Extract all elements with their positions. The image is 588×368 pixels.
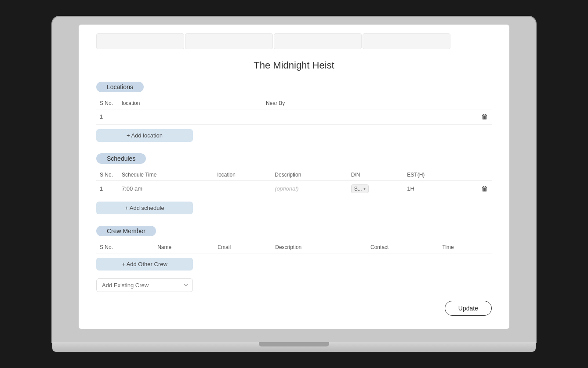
laptop-container: The Midnight Heist Locations S No. locat… — [52, 17, 536, 352]
schedules-table: S No. Schedule Time location Description… — [96, 169, 492, 197]
top-tabs-row — [96, 33, 492, 49]
screen-bezel: The Midnight Heist Locations S No. locat… — [52, 17, 536, 342]
tab-placeholder-3[interactable] — [274, 33, 362, 49]
schedules-col-location: location — [214, 169, 271, 181]
schedules-col-est: EST(H) — [403, 169, 460, 181]
page-title: The Midnight Heist — [96, 60, 492, 71]
table-row: 1 7:00 am – (optional) S... ▾ — [96, 180, 492, 197]
locations-col-sno: S No. — [96, 97, 118, 109]
schedule-row-description: (optional) — [271, 180, 347, 197]
location-row-nearby: – — [262, 109, 411, 124]
update-button[interactable]: Update — [445, 301, 492, 316]
crew-col-sno: S No. — [96, 242, 154, 253]
schedules-col-dn: D/N — [348, 169, 404, 181]
locations-section: Locations S No. location Near By — [96, 82, 492, 150]
add-other-crew-button[interactable]: + Add Other Crew — [96, 258, 193, 271]
schedule-row-delete-cell: 🗑 — [460, 180, 492, 197]
schedule-row-est: 1H — [403, 180, 460, 197]
crew-section-header: Crew Member — [96, 226, 156, 236]
add-existing-crew-select[interactable]: Add Existing Crew — [96, 278, 193, 292]
locations-section-header: Locations — [96, 82, 144, 92]
laptop-base — [52, 342, 536, 352]
locations-col-location: location — [118, 97, 262, 109]
tab-placeholder-2[interactable] — [185, 33, 273, 49]
screen: The Midnight Heist Locations S No. locat… — [79, 25, 509, 329]
table-row: 1 – – 🗑 — [96, 109, 492, 124]
schedules-col-time: Schedule Time — [118, 169, 214, 181]
tab-placeholder-4[interactable] — [363, 33, 450, 49]
crew-section: Crew Member S No. Name Email Description… — [96, 226, 492, 292]
schedules-col-description: Description — [271, 169, 347, 181]
schedules-section: Schedules S No. Schedule Time location D… — [96, 153, 492, 222]
crew-col-time: Time — [439, 242, 492, 253]
add-schedule-button[interactable]: + Add schedule — [96, 202, 193, 214]
location-row-sno: 1 — [96, 109, 118, 124]
crew-col-email: Email — [214, 242, 272, 253]
schedules-col-actions — [460, 169, 492, 181]
schedule-delete-icon[interactable]: 🗑 — [481, 185, 488, 192]
schedule-description-placeholder: (optional) — [275, 185, 298, 192]
schedule-row-time: 7:00 am — [118, 180, 214, 197]
crew-col-description: Description — [272, 242, 367, 253]
tab-placeholder-1[interactable] — [96, 33, 184, 49]
add-location-button[interactable]: + Add location — [96, 129, 193, 142]
screen-content: The Midnight Heist Locations S No. locat… — [79, 25, 509, 329]
crew-table: S No. Name Email Description Contact Tim… — [96, 242, 492, 253]
schedules-col-sno: S No. — [96, 169, 118, 181]
location-row-delete-cell: 🗑 — [411, 109, 492, 124]
crew-col-name: Name — [154, 242, 214, 253]
dn-dropdown[interactable]: S... ▾ — [351, 184, 369, 193]
locations-col-nearby: Near By — [262, 97, 411, 109]
chevron-down-icon: ▾ — [363, 186, 366, 191]
locations-col-actions — [411, 97, 492, 109]
dn-value: S... — [354, 186, 362, 192]
crew-col-contact: Contact — [367, 242, 439, 253]
schedule-row-sno: 1 — [96, 180, 118, 197]
location-row-location: – — [118, 109, 262, 124]
locations-table: S No. location Near By 1 – – — [96, 97, 492, 125]
schedules-section-header: Schedules — [96, 153, 146, 164]
schedule-row-dn: S... ▾ — [348, 180, 404, 197]
location-delete-icon[interactable]: 🗑 — [481, 113, 488, 120]
schedule-row-location: – — [214, 180, 271, 197]
